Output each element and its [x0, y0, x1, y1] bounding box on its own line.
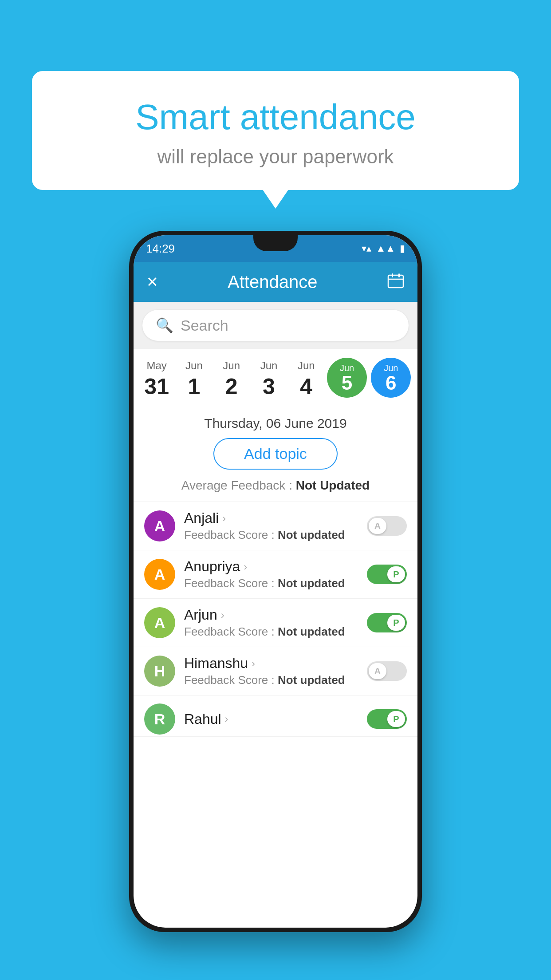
speech-bubble: Smart attendance will replace your paper…	[32, 71, 519, 190]
date-month-3: Jun	[260, 360, 278, 372]
avatar-last: R	[144, 703, 175, 735]
date-col-6[interactable]: Jun 6	[371, 358, 411, 398]
wifi-icon: ▾▴	[362, 243, 371, 254]
arjun-toggle-knob: P	[387, 615, 405, 631]
date-month-1: Jun	[185, 360, 203, 372]
student-item-anjali: A Anjali › Feedback Score : Not updated	[134, 502, 417, 550]
last-toggle[interactable]: P	[367, 709, 407, 729]
bubble-title: Smart attendance	[50, 98, 501, 137]
anjali-toggle-knob: A	[369, 518, 386, 534]
date-num-6: 6	[386, 373, 396, 393]
avg-feedback: Average Feedback : Not Updated	[134, 478, 417, 493]
student-info-anupriya: Anupriya › Feedback Score : Not updated	[184, 558, 358, 590]
date-col-0[interactable]: May 31	[140, 360, 173, 398]
date-selector: May 31 Jun 1 Jun 2 Jun 3 Jun 4	[134, 349, 417, 405]
status-time: 14:29	[146, 242, 175, 256]
svg-rect-2	[398, 273, 400, 277]
date-num-1: 1	[188, 375, 201, 398]
last-name-text: Rahul	[184, 711, 221, 727]
himanshu-feedback: Feedback Score : Not updated	[184, 673, 358, 687]
student-info-anjali: Anjali › Feedback Score : Not updated	[184, 510, 358, 542]
battery-icon: ▮	[400, 243, 405, 254]
student-info-last: Rahul ›	[184, 711, 358, 727]
student-name-anjali[interactable]: Anjali ›	[184, 510, 358, 526]
student-name-himanshu[interactable]: Himanshu ›	[184, 655, 358, 672]
arjun-chevron-icon: ›	[221, 609, 224, 621]
selected-date-label: Thursday, 06 June 2019	[134, 405, 417, 438]
add-topic-button[interactable]: Add topic	[213, 438, 338, 470]
signal-icon: ▲▲	[376, 243, 395, 254]
date-num-3: 3	[263, 375, 275, 398]
avatar-arjun: A	[144, 607, 175, 638]
student-list: A Anjali › Feedback Score : Not updated	[134, 502, 417, 737]
student-info-arjun: Arjun › Feedback Score : Not updated	[184, 607, 358, 639]
date-month-4: Jun	[298, 360, 315, 372]
avatar-anupriya: A	[144, 559, 175, 590]
search-icon: 🔍	[156, 317, 173, 334]
avatar-anjali: A	[144, 510, 175, 541]
anjali-name-text: Anjali	[184, 510, 219, 526]
avg-feedback-label: Average Feedback :	[181, 478, 292, 492]
date-num-5: 5	[342, 373, 352, 393]
student-item-last: R Rahul › P	[134, 695, 417, 737]
student-name-arjun[interactable]: Arjun ›	[184, 607, 358, 623]
anupriya-toggle[interactable]: P	[367, 565, 407, 584]
student-name-anupriya[interactable]: Anupriya ›	[184, 558, 358, 575]
app-header: × Attendance	[134, 262, 417, 302]
phone-screen: 14:29 ▾▴ ▲▲ ▮ × Attendance	[134, 235, 417, 928]
himanshu-toggle-knob: A	[369, 663, 386, 679]
anjali-feedback: Feedback Score : Not updated	[184, 528, 358, 542]
phone-frame: 14:29 ▾▴ ▲▲ ▮ × Attendance	[129, 231, 422, 932]
svg-rect-0	[388, 275, 403, 288]
anupriya-name-text: Anupriya	[184, 558, 240, 575]
notch	[253, 235, 298, 251]
anupriya-feedback: Feedback Score : Not updated	[184, 577, 358, 590]
svg-rect-1	[392, 273, 393, 277]
bubble-subtitle: will replace your paperwork	[50, 146, 501, 168]
arjun-feedback: Feedback Score : Not updated	[184, 625, 358, 639]
himanshu-name-text: Himanshu	[184, 655, 248, 672]
student-item-arjun: A Arjun › Feedback Score : Not updated	[134, 599, 417, 647]
last-toggle-knob: P	[387, 711, 405, 727]
anjali-toggle[interactable]: A	[367, 516, 407, 536]
calendar-icon[interactable]	[387, 273, 404, 291]
date-num-2: 2	[225, 375, 238, 398]
anupriya-chevron-icon: ›	[244, 561, 247, 573]
avatar-himanshu: H	[144, 656, 175, 687]
search-container: 🔍 Search	[134, 302, 417, 349]
date-col-3[interactable]: Jun 3	[252, 360, 285, 398]
arjun-toggle[interactable]: P	[367, 613, 407, 632]
anupriya-toggle-knob: P	[387, 566, 405, 582]
date-num-4: 4	[300, 375, 312, 398]
date-col-2[interactable]: Jun 2	[215, 360, 248, 398]
date-month-2: Jun	[223, 360, 240, 372]
himanshu-toggle[interactable]: A	[367, 661, 407, 681]
search-input[interactable]: Search	[181, 317, 228, 334]
search-bar[interactable]: 🔍 Search	[142, 310, 409, 341]
close-button[interactable]: ×	[147, 271, 158, 292]
status-icons: ▾▴ ▲▲ ▮	[362, 243, 405, 254]
header-title: Attendance	[228, 272, 317, 292]
date-col-1[interactable]: Jun 1	[177, 360, 211, 398]
phone-inner: 14:29 ▾▴ ▲▲ ▮ × Attendance	[134, 235, 417, 928]
last-chevron-icon: ›	[225, 713, 228, 725]
date-month-0: May	[146, 360, 166, 372]
date-col-4[interactable]: Jun 4	[290, 360, 323, 398]
avg-feedback-value: Not Updated	[296, 478, 370, 492]
date-col-5[interactable]: Jun 5	[327, 358, 367, 398]
student-item-anupriya: A Anupriya › Feedback Score : Not update…	[134, 550, 417, 599]
student-item-himanshu: H Himanshu › Feedback Score : Not update…	[134, 647, 417, 695]
student-info-himanshu: Himanshu › Feedback Score : Not updated	[184, 655, 358, 687]
anjali-chevron-icon: ›	[222, 512, 226, 525]
speech-bubble-container: Smart attendance will replace your paper…	[32, 71, 519, 190]
main-content: Thursday, 06 June 2019 Add topic Average…	[134, 405, 417, 737]
status-bar: 14:29 ▾▴ ▲▲ ▮	[134, 235, 417, 262]
himanshu-chevron-icon: ›	[252, 657, 255, 670]
arjun-name-text: Arjun	[184, 607, 217, 623]
student-name-last[interactable]: Rahul ›	[184, 711, 358, 727]
date-num-0: 31	[144, 375, 169, 398]
